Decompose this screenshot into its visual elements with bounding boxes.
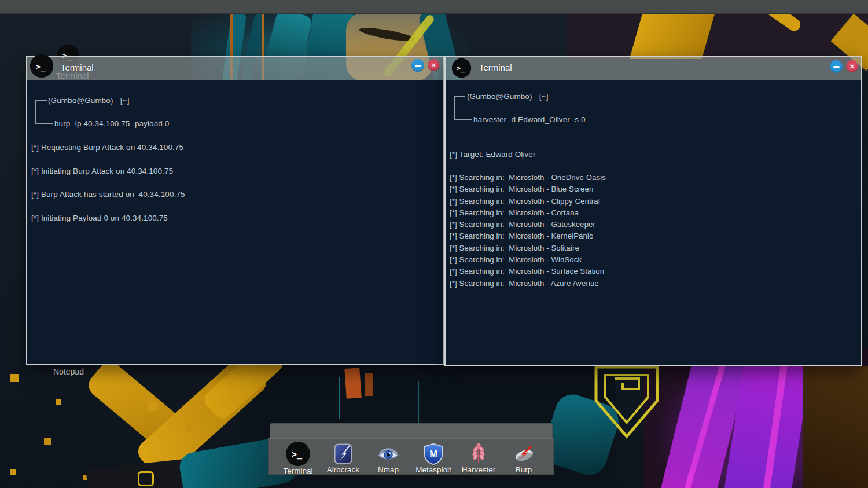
desktop: >_ Notepad >_ Terminal Terminal ✕ bbox=[0, 0, 868, 488]
prompt-command: harvester -d Edward_Oliver -s 0 bbox=[473, 115, 586, 124]
wallpaper-gold-square bbox=[10, 374, 19, 382]
search-line: [*] Searching in: Microsloth - KernelPan… bbox=[450, 232, 606, 243]
search-line: [*] Searching in: Microsloth - Azure Ave… bbox=[450, 279, 606, 291]
wallpaper-gold-square bbox=[56, 399, 61, 405]
prompt-host: (Gumbo@Gumbo) - [~] bbox=[48, 96, 130, 105]
wallpaper-brown-patch bbox=[803, 366, 868, 488]
wallpaper-gold-square bbox=[44, 438, 51, 445]
metasploit-icon: M bbox=[422, 442, 445, 465]
wallpaper-orange-patch bbox=[344, 368, 362, 399]
wallpaper-gold-square bbox=[10, 469, 16, 475]
prompt-command: burp -ip 40.34.100.75 -payload 0 bbox=[54, 119, 169, 128]
prompt-tree-line bbox=[454, 96, 465, 97]
prompt-tree-line bbox=[35, 123, 53, 124]
dock-item-label: Nmap bbox=[378, 465, 399, 474]
prompt-tree-line bbox=[454, 119, 472, 120]
minimize-icon bbox=[415, 65, 421, 67]
wallpaper-orange-patch bbox=[365, 373, 373, 396]
minimize-button[interactable] bbox=[830, 60, 843, 73]
terminal-icon: >_ bbox=[30, 54, 54, 78]
close-button[interactable]: ✕ bbox=[846, 60, 858, 72]
search-line: [*] Searching in: Microsloth - Surface S… bbox=[450, 267, 606, 278]
dock: >_ Terminal Airocrack bbox=[268, 438, 554, 475]
search-line: [*] Searching in: Microsloth - Cortana bbox=[450, 208, 606, 220]
search-line: [*] Searching in: Microsloth - Gateskeep… bbox=[450, 220, 606, 232]
prompt-tree-line bbox=[35, 100, 36, 124]
burp-icon bbox=[512, 442, 535, 465]
ghost-window-title: Terminal bbox=[56, 71, 89, 80]
dock-item-label: Airocrack bbox=[327, 465, 359, 474]
terminal-output-line: [*] Requesting Burp Attack on 40.34.100.… bbox=[31, 143, 183, 152]
dock-item-airocrack[interactable]: Airocrack bbox=[321, 442, 366, 474]
terminal-icon: >_ bbox=[285, 441, 311, 467]
minimize-button[interactable] bbox=[411, 59, 424, 72]
close-button[interactable]: ✕ bbox=[428, 59, 440, 71]
search-results-list: [*] Searching in: Microsloth - OneDrive … bbox=[450, 173, 606, 291]
dock-item-terminal[interactable]: >_ Terminal bbox=[275, 442, 321, 475]
prompt-host: (Gumbo@Gumbo) - [~] bbox=[467, 92, 549, 101]
close-icon: ✕ bbox=[431, 62, 436, 69]
wallpaper-gold-square bbox=[185, 424, 192, 431]
search-line: [*] Searching in: Microsloth - Blue Scre… bbox=[450, 185, 606, 196]
terminal-content[interactable]: (Gumbo@Gumbo) - [~] harvester -d Edward_… bbox=[446, 80, 861, 365]
titlebar[interactable]: >_ Terminal Terminal ✕ bbox=[27, 57, 443, 80]
prompt-tree-line bbox=[454, 96, 455, 120]
wallpaper-maroon-patch bbox=[567, 13, 868, 60]
wallpaper-chevron-emblem bbox=[591, 364, 662, 442]
svg-text:>_: >_ bbox=[292, 449, 303, 460]
dock-item-label: Terminal bbox=[283, 467, 312, 475]
svg-text:M: M bbox=[429, 449, 437, 459]
dock-item-burp[interactable]: Burp bbox=[501, 442, 546, 474]
titlebar[interactable]: >_ Terminal ✕ bbox=[446, 57, 861, 80]
wallpaper-gold-badge bbox=[138, 471, 154, 486]
harvester-icon bbox=[467, 442, 490, 465]
terminal-output-line: [*] Burp Attack has started on 40.34.100… bbox=[31, 190, 185, 199]
top-panel bbox=[0, 0, 868, 14]
dock-item-nmap[interactable]: Nmap bbox=[366, 442, 411, 474]
dock-item-label: Harvester bbox=[462, 465, 496, 474]
dock-item-harvester[interactable]: Harvester bbox=[456, 442, 501, 474]
search-line: [*] Searching in: Microsloth - Clippy Ce… bbox=[450, 197, 606, 208]
window-title: Terminal bbox=[479, 63, 512, 72]
search-line: [*] Searching in: Microsloth - WinSock bbox=[450, 255, 606, 267]
airocrack-icon bbox=[332, 442, 355, 465]
wallpaper-gold-shape bbox=[630, 9, 716, 59]
dock-item-label: Metasploit bbox=[415, 465, 451, 474]
svg-text:>_: >_ bbox=[457, 64, 465, 73]
target-line: [*] Target: Edward Oliver bbox=[450, 150, 536, 159]
wallpaper-circuit-line bbox=[339, 377, 340, 419]
dock-background bbox=[270, 423, 553, 439]
notepad-window-label[interactable]: Notepad bbox=[53, 367, 84, 376]
terminal-window-left: >_ Terminal Terminal ✕ (Gumbo@Gumbo) - [… bbox=[26, 56, 444, 365]
close-icon: ✕ bbox=[849, 63, 855, 70]
prompt-tree-line bbox=[35, 100, 47, 101]
wallpaper-gold-square bbox=[148, 402, 157, 411]
svg-text:>_: >_ bbox=[36, 62, 46, 72]
dock-item-metasploit[interactable]: M Metasploit bbox=[411, 442, 456, 474]
minimize-icon bbox=[833, 66, 840, 68]
terminal-content[interactable]: (Gumbo@Gumbo) - [~] burp -ip 40.34.100.7… bbox=[27, 80, 443, 364]
wallpaper-circuit-line bbox=[418, 381, 419, 427]
terminal-output-line: [*] Initiating Payload 0 on 40.34.100.75 bbox=[31, 214, 168, 222]
terminal-output-line: [*] Initiating Burp Attack on 40.34.100.… bbox=[31, 167, 173, 175]
search-line: [*] Searching in: Microsloth - Solitaire bbox=[450, 244, 606, 255]
terminal-window-right: >_ Terminal ✕ (Gumbo@Gumbo) - [~] harves… bbox=[444, 56, 862, 366]
nmap-icon bbox=[377, 442, 400, 465]
terminal-icon: >_ bbox=[451, 58, 472, 78]
dock-item-label: Burp bbox=[516, 465, 532, 474]
search-line: [*] Searching in: Microsloth - OneDrive … bbox=[450, 173, 606, 185]
